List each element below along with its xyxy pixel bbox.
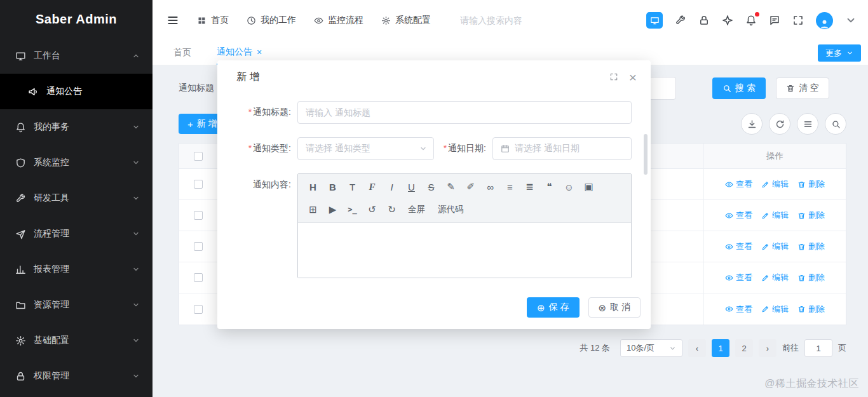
page-size-select[interactable]: 10条/页 — [620, 339, 682, 357]
cancel-button[interactable]: ⊗ 取 消 — [588, 297, 641, 318]
bold-icon[interactable]: B — [323, 175, 342, 198]
prev-page-button[interactable]: ‹ — [688, 339, 706, 357]
monitor-badge-icon[interactable] — [646, 12, 663, 29]
row-checkbox-cell — [179, 231, 217, 262]
lock-icon[interactable] — [698, 15, 710, 26]
sidebar-item-report-mgmt[interactable]: 报表管理 — [0, 252, 153, 287]
refresh-icon[interactable] — [769, 113, 790, 135]
sidebar-item-dev-tools[interactable]: 研发工具 — [0, 180, 153, 216]
underline-icon[interactable]: U — [402, 175, 421, 198]
next-page-button[interactable]: › — [759, 339, 776, 357]
sidebar-item-label: 基础配置 — [34, 335, 69, 346]
code-icon[interactable]: >_ — [342, 198, 362, 221]
highlight-icon[interactable]: ✐ — [461, 175, 480, 198]
nav-item-monitor-flow[interactable]: 监控流程 — [314, 15, 363, 26]
redo-icon[interactable]: ↻ — [382, 198, 402, 221]
font-family-icon[interactable]: F — [362, 175, 382, 198]
page-button-1[interactable]: 1 — [712, 339, 729, 357]
delete-link[interactable]: 删除 — [797, 304, 825, 315]
row-checkbox[interactable] — [194, 242, 203, 251]
view-link[interactable]: 查看 — [725, 178, 752, 190]
notice-type-select[interactable]: 请选择 通知类型 — [297, 137, 434, 160]
video-icon[interactable]: ▶ — [323, 198, 342, 221]
editor-fullscreen-button[interactable]: 全屏 — [402, 198, 431, 221]
view-link[interactable]: 查看 — [725, 304, 752, 315]
view-link[interactable]: 查看 — [725, 241, 752, 252]
sidebar-item-resource-mgmt[interactable]: 资源管理 — [0, 287, 153, 323]
edit-link[interactable]: 编辑 — [761, 178, 789, 190]
nav-item-system-config[interactable]: 系统配置 — [381, 15, 431, 26]
close-icon[interactable]: × — [257, 48, 262, 57]
justify-icon[interactable]: ≣ — [520, 175, 539, 198]
sidebar-item-basic-config[interactable]: 基础配置 — [0, 323, 153, 358]
undo-icon[interactable]: ↺ — [362, 198, 382, 221]
sidebar-item-workbench[interactable]: 工作台 — [0, 38, 153, 74]
maximize-icon[interactable] — [609, 72, 618, 81]
message-icon[interactable] — [769, 15, 780, 26]
delete-link[interactable]: 删除 — [797, 241, 825, 252]
editor-source-button[interactable]: 源代码 — [431, 198, 470, 221]
form-row-title: *通知标题: — [236, 101, 632, 124]
global-search-input[interactable] — [460, 15, 587, 25]
more-button[interactable]: 更多 — [818, 44, 861, 62]
download-icon[interactable] — [741, 113, 763, 135]
clear-button[interactable]: 清 空 — [776, 77, 829, 99]
pagination-total: 共 12 条 — [580, 342, 610, 354]
table-icon[interactable]: ⊞ — [303, 198, 323, 221]
italic-icon[interactable]: I — [382, 175, 402, 198]
delete-link[interactable]: 删除 — [797, 178, 825, 190]
text-color-icon[interactable]: ✎ — [441, 175, 461, 198]
edit-label: 编辑 — [772, 304, 789, 315]
heading-icon[interactable]: H — [303, 175, 323, 198]
column-settings-icon[interactable] — [797, 113, 818, 135]
dialog-scrollbar-thumb[interactable] — [644, 134, 648, 175]
save-button[interactable]: ⊕ 保 存 — [527, 297, 579, 318]
top-nav: 首页 我的工作 监控流程 系统配置 — [197, 15, 431, 26]
quote-icon[interactable]: ❝ — [539, 175, 559, 198]
image-icon[interactable]: ▣ — [579, 175, 599, 198]
tools-icon[interactable] — [675, 15, 686, 26]
link-icon[interactable]: ∞ — [480, 175, 500, 198]
emoji-icon[interactable]: ☺ — [559, 175, 579, 198]
circle-close-icon: ⊗ — [599, 303, 607, 313]
view-link[interactable]: 查看 — [725, 272, 752, 283]
editor-content-area[interactable] — [298, 223, 631, 278]
edit-link[interactable]: 编辑 — [761, 304, 789, 315]
search-button[interactable]: 搜 索 — [712, 77, 766, 99]
sidebar-item-process-mgmt[interactable]: 流程管理 — [0, 216, 153, 252]
delete-link[interactable]: 删除 — [797, 272, 825, 283]
sidebar-item-permission-mgmt[interactable]: 权限管理 — [0, 358, 153, 394]
strikethrough-icon[interactable]: S — [421, 175, 441, 198]
notice-title-input[interactable] — [297, 101, 632, 124]
goto-page-input[interactable] — [804, 339, 832, 357]
list-icon[interactable]: ≡ — [500, 175, 520, 198]
page-button-2[interactable]: 2 — [735, 339, 753, 357]
row-checkbox[interactable] — [194, 180, 203, 189]
sidebar-item-system-monitor[interactable]: 系统监控 — [0, 145, 153, 180]
search-toggle-icon[interactable] — [825, 113, 846, 135]
fullscreen-icon[interactable] — [792, 15, 804, 26]
row-checkbox[interactable] — [194, 273, 203, 282]
edit-link[interactable]: 编辑 — [761, 210, 789, 221]
view-link[interactable]: 查看 — [725, 210, 752, 221]
avatar[interactable] — [816, 12, 833, 29]
star-icon[interactable] — [722, 15, 733, 26]
delete-link[interactable]: 删除 — [797, 210, 825, 221]
edit-link[interactable]: 编辑 — [761, 241, 789, 252]
nav-item-home[interactable]: 首页 — [197, 15, 229, 26]
row-checkbox[interactable] — [194, 211, 203, 220]
close-icon[interactable]: × — [629, 71, 637, 84]
select-all-checkbox[interactable] — [194, 152, 203, 161]
bell-icon[interactable] — [745, 15, 757, 26]
caret-down-icon[interactable] — [845, 15, 857, 26]
font-size-icon[interactable]: T — [342, 175, 362, 198]
nav-item-my-work[interactable]: 我的工作 — [247, 15, 296, 26]
tab-home[interactable]: 首页 — [173, 41, 191, 65]
hamburger-icon[interactable] — [166, 14, 179, 27]
sidebar: Saber Admin 工作台 通知公告 我的事务 系统监控 研发工具 — [0, 0, 153, 397]
sidebar-item-notice[interactable]: 通知公告 — [0, 74, 153, 109]
edit-link[interactable]: 编辑 — [761, 272, 789, 283]
sidebar-item-my-affairs[interactable]: 我的事务 — [0, 109, 153, 145]
notice-date-input[interactable]: 请选择 通知日期 — [492, 137, 632, 160]
row-checkbox[interactable] — [194, 305, 203, 314]
